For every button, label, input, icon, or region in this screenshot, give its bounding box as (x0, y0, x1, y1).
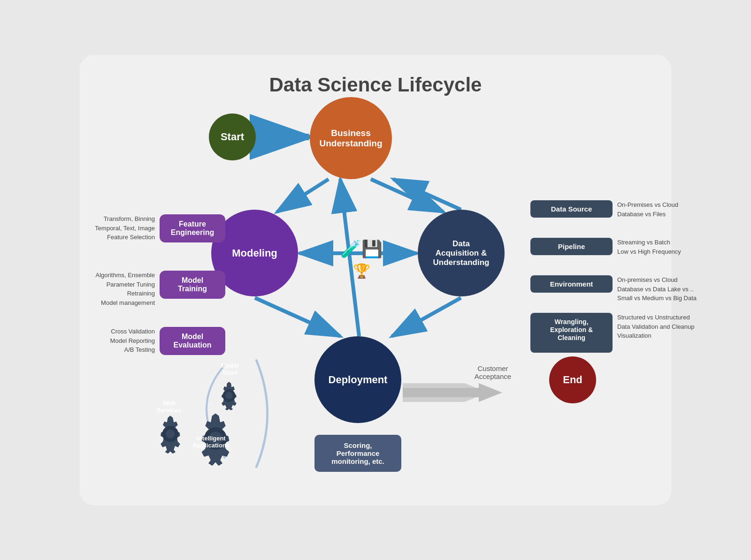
svg-line-4 (277, 179, 329, 212)
data-acquisition-node: Data Acquisition & Understanding (418, 210, 505, 296)
deployment-node: Deployment (314, 336, 401, 423)
center-icons: 🧪💾 🏆 (340, 238, 383, 279)
svg-line-5 (371, 179, 444, 212)
svg-point-14 (209, 431, 222, 445)
svg-line-10 (393, 179, 461, 210)
data-source-box: Data Source (530, 200, 613, 218)
svg-line-7 (392, 298, 461, 336)
wrangling-box: Wrangling, Exploration & Cleaning (530, 313, 613, 353)
business-understanding-node: Business Understanding (310, 97, 392, 179)
diagram-container: Data Science Lifecycle (80, 55, 671, 505)
pipeline-box: Pipeline (530, 238, 613, 255)
eval-side-text: Cross ValidationModel ReportingA/B Testi… (84, 327, 155, 355)
feature-side-text: Transform, BinningTemporal, Text, ImageF… (84, 214, 155, 242)
environment-text: On-premises vs CloudDatabase vs Data Lak… (617, 275, 706, 303)
wrangling-text: Structured vs UnstructuredData Validatio… (617, 313, 706, 341)
pipeline-text: Streaming vs BatchLow vs High Frequency (617, 238, 706, 256)
feature-engineering-box: Feature Engineering (160, 214, 225, 242)
svg-line-8 (255, 298, 340, 336)
svg-point-18 (225, 392, 232, 399)
page-title: Data Science Lifecycle (89, 64, 662, 101)
model-evaluation-box: Model Evaluation (160, 327, 225, 355)
environment-box: Environment (530, 275, 613, 293)
svg-point-16 (166, 430, 175, 439)
customer-acceptance-label: Customer Acceptance (465, 364, 521, 380)
training-side-text: Algorithms, EnsembleParameter TuningRetr… (84, 271, 155, 307)
svg-marker-11 (403, 383, 488, 402)
end-node: End (549, 356, 596, 403)
model-training-box: Model Training (160, 271, 225, 299)
start-node: Start (209, 114, 256, 160)
gears-diagram (131, 355, 277, 472)
deployment-info-box: Scoring, Performance monitoring, etc. (314, 435, 401, 472)
data-source-text: On-Premises vs CloudDatabase vs Files (617, 200, 706, 219)
